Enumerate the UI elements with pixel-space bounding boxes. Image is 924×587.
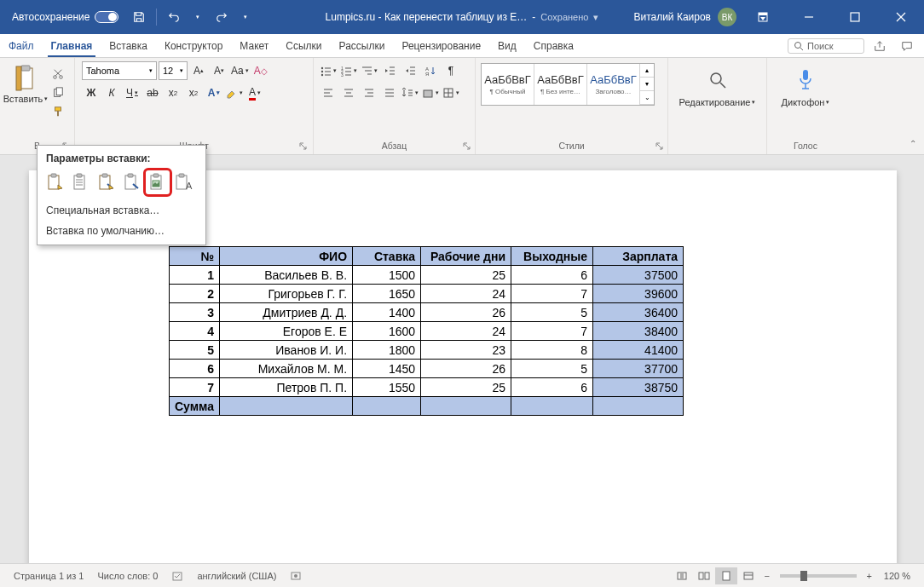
paste-link-keep-source-icon[interactable] xyxy=(94,170,119,195)
macro-record-icon[interactable] xyxy=(283,570,309,582)
paste-link-use-destination-icon[interactable] xyxy=(119,170,145,195)
svg-rect-74 xyxy=(128,174,133,177)
bold-button[interactable]: Ж xyxy=(82,83,101,102)
qat-more-icon[interactable]: ▾ xyxy=(235,7,256,27)
collapse-ribbon-icon[interactable]: ⌃ xyxy=(905,135,921,151)
paste-keep-source-icon[interactable] xyxy=(43,170,68,195)
style-heading1[interactable]: АаБбВвГЗаголово… xyxy=(587,64,640,105)
align-left-icon[interactable] xyxy=(319,83,338,102)
paste-use-destination-icon[interactable] xyxy=(68,170,94,195)
superscript-button[interactable]: x2 xyxy=(184,83,203,102)
tab-file[interactable]: Файл xyxy=(0,34,43,57)
cut-icon[interactable] xyxy=(49,66,66,82)
autosave-toggle[interactable] xyxy=(95,11,118,23)
borders-icon[interactable]: ▾ xyxy=(442,83,460,102)
tab-home[interactable]: Главная xyxy=(43,34,101,57)
svg-rect-91 xyxy=(744,573,753,579)
paste-menu-title: Параметры вставки: xyxy=(38,151,205,170)
multilevel-list-icon[interactable]: ▾ xyxy=(360,61,378,80)
dialog-launcher-icon[interactable] xyxy=(463,142,471,151)
word-count[interactable]: Число слов: 0 xyxy=(90,571,165,581)
align-right-icon[interactable] xyxy=(360,83,378,102)
page-indicator[interactable]: Страница 1 из 1 xyxy=(7,571,90,581)
save-icon[interactable] xyxy=(129,7,149,27)
shading-icon[interactable]: ▾ xyxy=(421,83,440,102)
status-bar: Страница 1 из 1 Число слов: 0 английский… xyxy=(0,563,924,587)
language-indicator[interactable]: английский (США) xyxy=(190,571,283,581)
line-spacing-icon[interactable]: ▾ xyxy=(401,83,419,102)
maximize-button[interactable] xyxy=(835,0,875,34)
style-gallery[interactable]: АаБбВвГ¶ Обычный АаБбВвГ¶ Без инте… АаБб… xyxy=(481,63,655,106)
tab-references[interactable]: Ссылки xyxy=(277,34,330,57)
font-name-selector[interactable]: Tahoma▾ xyxy=(82,61,157,80)
zoom-slider[interactable] xyxy=(780,574,857,578)
print-layout-icon[interactable] xyxy=(715,567,737,584)
font-color-icon[interactable]: A▾ xyxy=(245,83,264,102)
ribbon-display-options-icon[interactable] xyxy=(743,0,783,34)
doc-title-chevron-icon[interactable]: ▾ xyxy=(593,12,598,23)
font-size-selector[interactable]: 12▾ xyxy=(159,61,188,80)
decrease-indent-icon[interactable] xyxy=(380,61,399,80)
increase-indent-icon[interactable] xyxy=(401,61,419,80)
close-button[interactable] xyxy=(881,0,921,34)
tab-insert[interactable]: Вставка xyxy=(101,34,156,57)
tab-help[interactable]: Справка xyxy=(525,34,582,57)
justify-icon[interactable] xyxy=(380,83,399,102)
dialog-launcher-icon[interactable] xyxy=(655,142,664,151)
autosave-control[interactable]: Автосохранение xyxy=(0,11,118,23)
tab-mailings[interactable]: Рассылки xyxy=(331,34,394,57)
grow-font-icon[interactable]: A▴ xyxy=(189,61,208,80)
minimize-button[interactable] xyxy=(789,0,829,34)
format-painter-icon[interactable] xyxy=(49,104,66,119)
comments-button[interactable] xyxy=(895,37,919,55)
share-button[interactable] xyxy=(868,37,892,55)
tab-review[interactable]: Рецензирование xyxy=(393,34,489,57)
paste-text-only-icon[interactable]: A xyxy=(170,170,196,195)
show-marks-icon[interactable]: ¶ xyxy=(442,61,460,80)
bullets-icon[interactable]: ▾ xyxy=(319,61,338,80)
italic-button[interactable]: К xyxy=(102,83,121,102)
underline-button[interactable]: Ч▾ xyxy=(123,83,141,102)
copy-icon[interactable] xyxy=(49,85,66,101)
read-mode-icon[interactable] xyxy=(693,567,715,584)
search-box[interactable]: Поиск xyxy=(788,38,864,54)
undo-icon[interactable] xyxy=(164,7,184,27)
clear-formatting-icon[interactable]: A◇ xyxy=(251,61,270,80)
shrink-font-icon[interactable]: A▾ xyxy=(210,61,228,80)
change-case-icon[interactable]: Aa▾ xyxy=(230,61,250,80)
paste-button[interactable]: Вставить▾ xyxy=(5,61,46,104)
user-avatar[interactable]: ВК xyxy=(718,8,736,26)
tab-layout[interactable]: Макет xyxy=(231,34,277,57)
data-table[interactable]: № ФИО Ставка Рабочие дни Выходные Зарпла… xyxy=(169,246,684,416)
subscript-button[interactable]: x2 xyxy=(164,83,182,102)
dictate-button[interactable]: Диктофон▾ xyxy=(775,61,837,107)
spell-check-icon[interactable] xyxy=(165,570,190,582)
redo-icon[interactable] xyxy=(211,7,232,27)
strikethrough-button[interactable]: ab xyxy=(143,83,162,102)
editing-button[interactable]: Редактирование▾ xyxy=(673,61,763,107)
paste-special-item[interactable]: Специальная вставка… xyxy=(38,200,205,221)
style-no-spacing[interactable]: АаБбВвГ¶ Без инте… xyxy=(534,64,587,105)
dialog-launcher-icon[interactable] xyxy=(299,142,308,151)
web-layout-icon[interactable] xyxy=(737,567,759,584)
style-normal[interactable]: АаБбВвГ¶ Обычный xyxy=(482,64,534,105)
numbering-icon[interactable]: 123▾ xyxy=(339,61,358,80)
paste-default-item[interactable]: Вставка по умолчанию… xyxy=(38,221,205,241)
undo-more-icon[interactable]: ▾ xyxy=(188,7,208,27)
paste-picture-icon[interactable] xyxy=(145,170,170,195)
highlight-icon[interactable]: ▾ xyxy=(225,83,244,102)
quick-access-toolbar: ▾ ▾ xyxy=(129,7,256,27)
tab-view[interactable]: Вид xyxy=(489,34,525,57)
style-gallery-scroll[interactable]: ▴▾⌄ xyxy=(640,64,654,105)
svg-rect-18 xyxy=(57,111,59,116)
text-effects-icon[interactable]: A▾ xyxy=(205,83,223,102)
align-center-icon[interactable] xyxy=(339,83,358,102)
tab-design[interactable]: Конструктор xyxy=(156,34,231,57)
focus-mode-icon[interactable] xyxy=(671,567,693,584)
zoom-out-button[interactable]: − xyxy=(759,568,775,584)
zoom-level[interactable]: 120 % xyxy=(877,571,917,581)
svg-rect-17 xyxy=(55,107,61,111)
svg-point-83 xyxy=(294,574,297,578)
zoom-in-button[interactable]: + xyxy=(862,568,877,584)
sort-icon[interactable]: AЯ xyxy=(421,61,440,80)
